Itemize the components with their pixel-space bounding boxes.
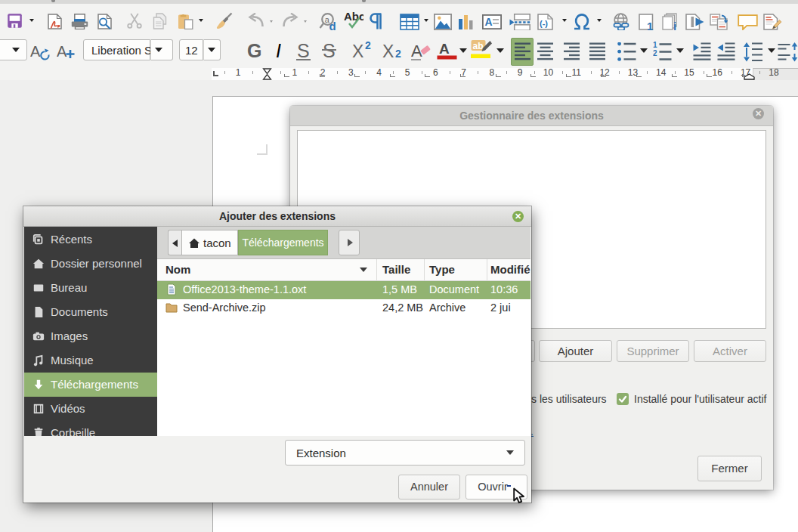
svg-text:1: 1 (647, 20, 653, 31)
svg-text:A: A (485, 16, 493, 28)
svg-text:A: A (411, 42, 422, 60)
svg-text:A: A (30, 43, 41, 60)
svg-text:Abc: Abc (344, 11, 363, 23)
svg-text:d: d (329, 20, 336, 31)
svg-text:A: A (57, 43, 67, 60)
svg-text:(-): (-) (540, 19, 548, 28)
svg-text:A: A (439, 41, 450, 57)
svg-text:2: 2 (653, 49, 657, 57)
svg-text:i: i (673, 20, 676, 31)
svg-text:ab: ab (473, 41, 484, 51)
svg-text:1: 1 (653, 42, 657, 49)
